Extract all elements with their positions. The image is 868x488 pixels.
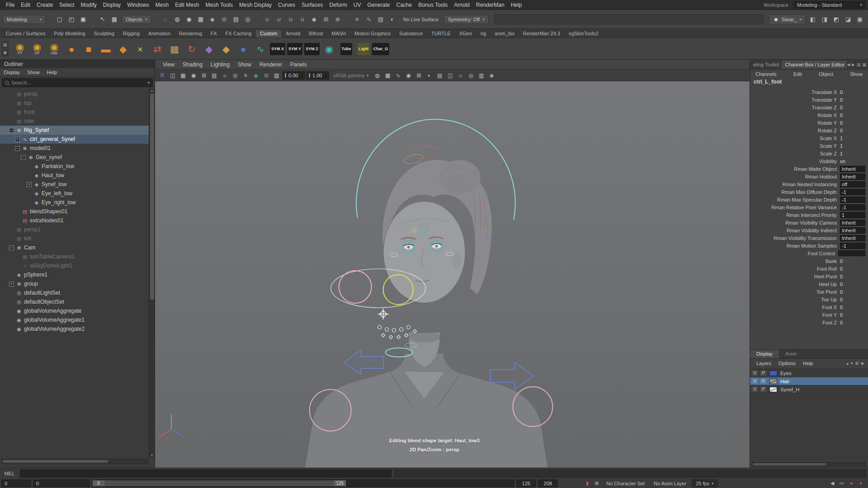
layout-toolbar-icon[interactable]: ◪ (843, 14, 854, 25)
outliner-item[interactable]: ▦ left (0, 234, 149, 243)
channel-value-field[interactable]: 0 (840, 89, 868, 95)
expand-toggle-icon[interactable] (27, 164, 32, 169)
outliner-item[interactable]: ◉ globalVolumeAggregate2 (0, 324, 149, 333)
channel-value-field[interactable]: 0 (840, 274, 868, 279)
live-surface-button[interactable]: No Live Surface (400, 17, 442, 22)
channel-row[interactable]: Translate Z 0 (750, 103, 868, 111)
channel-value-field[interactable]: 0 (840, 258, 868, 264)
viewport-toolbar-icon[interactable]: ⊞ (415, 71, 424, 80)
menu-item[interactable]: Mesh Tools (203, 2, 236, 8)
channel-box-menu-item[interactable]: Object (819, 71, 833, 77)
menu-item[interactable]: Help (508, 2, 525, 8)
channel-box-menu-item[interactable]: Channels (755, 71, 776, 77)
channel-value-field[interactable]: 0 (840, 312, 868, 318)
shelf-tool-button[interactable]: ⇄ (149, 39, 166, 58)
viewport-toolbar-icon[interactable]: ◍ (373, 71, 382, 80)
channel-value-field[interactable]: 0 (840, 282, 868, 287)
shelf-tool-button[interactable]: ● (63, 39, 80, 58)
outliner-item[interactable]: ◉ globalVolumeAggregate (0, 306, 149, 315)
shelf-tool-button[interactable]: ◆ (217, 39, 235, 58)
snap-toolbar-icon[interactable]: ∪ (274, 14, 284, 25)
channel-value-field[interactable]: Inherit (840, 174, 865, 180)
expand-toggle-icon[interactable] (9, 119, 14, 124)
channel-row[interactable]: Rotate Z 0 (750, 127, 868, 134)
command-feedback[interactable] (394, 469, 866, 478)
channel-row[interactable]: Heel Up 0 (750, 280, 868, 288)
user-account-dropdown[interactable]: ☻ Siwar_ ▾ (769, 14, 806, 24)
channel-value-field[interactable]: Inherit (840, 235, 865, 241)
channel-value-field[interactable]: 0 (840, 320, 868, 325)
outliner-item[interactable]: ◈ Pantalon_low (0, 162, 149, 171)
shelf-tool-button[interactable]: ◉ (321, 39, 338, 58)
channel-row[interactable]: Rman Matte Object Inherit (750, 165, 868, 173)
menu-item[interactable]: Curves (275, 2, 298, 8)
shelf-tool-button[interactable]: ■ (80, 39, 97, 58)
mask-toolbar-icon[interactable]: ▤ (231, 14, 241, 25)
symmetry-dropdown[interactable]: Symmetry: Off ▾ (444, 15, 489, 24)
viewport-menu-item[interactable]: Shading (179, 61, 207, 68)
command-language-switch[interactable]: MEL (2, 471, 17, 476)
outliner-item[interactable]: ◉ globalVolumeAggregate1 (0, 315, 149, 324)
channel-value-field[interactable]: 0 (840, 289, 868, 295)
outliner-item[interactable]: ▦ persp (0, 89, 149, 99)
viewport-toolbar-icon[interactable]: ▧ (272, 71, 281, 80)
shelf-tool-button[interactable]: ◉ Hist (46, 39, 63, 58)
scroll-down-icon[interactable]: ▼ (151, 454, 154, 457)
expand-toggle-icon[interactable] (9, 291, 14, 296)
slider-nub[interactable] (285, 73, 286, 78)
shelf-tab[interactable]: rig (476, 30, 490, 38)
current-frame-field[interactable]: 0 (1, 479, 31, 487)
viewport-toolbar-icon[interactable]: ◫ (168, 71, 177, 80)
shelf-tool-button[interactable]: SYM Z (303, 39, 321, 58)
expand-toggle-icon[interactable]: + (27, 182, 32, 187)
outliner-item[interactable]: ▦ side (0, 117, 149, 126)
viewport-toolbar-icon[interactable]: ▦ (383, 71, 392, 80)
transport-icon[interactable]: ▭ (838, 480, 846, 486)
outliner-item[interactable]: − ⊕ model01 (0, 144, 149, 153)
channel-row[interactable]: Rotate X 0 (750, 111, 868, 119)
channel-row[interactable]: Rman Intersect Priority 1 (750, 211, 868, 219)
channel-value-field[interactable]: Inherit (840, 220, 865, 226)
menu-item[interactable]: Windows (124, 2, 152, 8)
mel-input[interactable] (20, 469, 392, 478)
shelf-tool-button[interactable]: ↻ (183, 39, 200, 58)
layer-action-icon[interactable]: ◈ (861, 361, 864, 366)
expand-toggle-icon[interactable]: − (9, 128, 14, 133)
shelf-tab[interactable]: TURTLE (427, 30, 455, 38)
shelf-tool-button[interactable]: SYM X (269, 39, 286, 58)
display-layer-row[interactable]: V P Synef_H (750, 385, 868, 394)
channel-row[interactable]: Scale Z 1 (750, 150, 868, 157)
slider-nub[interactable] (309, 73, 310, 78)
expand-toggle-icon[interactable] (15, 218, 20, 223)
channel-value-field[interactable]: 0 (840, 120, 868, 126)
menu-item[interactable]: Modify (77, 2, 99, 8)
mask-toolbar-icon[interactable]: ◌ (160, 14, 171, 25)
channel-row[interactable]: Rman Visibility Indirect Inherit (750, 226, 868, 234)
menu-item[interactable]: Surfaces (298, 2, 326, 8)
character-set-dropdown[interactable]: No Character Set (603, 481, 648, 486)
range-handle-end[interactable]: 125 (334, 480, 346, 486)
channel-row[interactable]: Foot Roll 0 (750, 265, 868, 272)
file-toolbar-icon[interactable]: ◰ (66, 14, 77, 25)
outliner-item[interactable]: ◈ Haut_low (0, 171, 149, 180)
shelf-tab[interactable]: FX (207, 30, 221, 38)
expand-toggle-icon[interactable] (9, 101, 14, 106)
expand-toggle-icon[interactable] (9, 236, 14, 241)
channel-row[interactable]: Scale Y 1 (750, 142, 868, 150)
outliner-item[interactable]: ▦ front (0, 108, 149, 117)
channel-row[interactable]: Rman Visibility Camera Inherit (750, 219, 868, 226)
outliner-item[interactable]: ◎ defaultLightSet (0, 288, 149, 297)
layer-visibility-toggle[interactable]: V (751, 386, 759, 393)
bookmark-icon[interactable]: ▮ (583, 480, 591, 486)
history-toolbar-icon[interactable]: ∿ (363, 14, 374, 25)
menu-item[interactable]: Mesh Display (236, 2, 275, 8)
menu-item[interactable]: RenderMan (473, 2, 508, 8)
layout-toolbar-icon[interactable]: ◨ (819, 14, 830, 25)
viewport-canvas[interactable]: Editing blend shape target: Haut_low3 2D… (155, 81, 750, 468)
snap-toolbar-icon[interactable]: ⊞ (321, 14, 331, 25)
channel-row[interactable]: Visibility on (750, 157, 868, 165)
history-toolbar-icon[interactable]: ≡ (352, 14, 363, 25)
select-toolbar-icon[interactable]: ▦ (109, 14, 120, 25)
expand-toggle-icon[interactable] (9, 318, 14, 323)
channel-row[interactable]: Toe Pivot 0 (750, 288, 868, 296)
